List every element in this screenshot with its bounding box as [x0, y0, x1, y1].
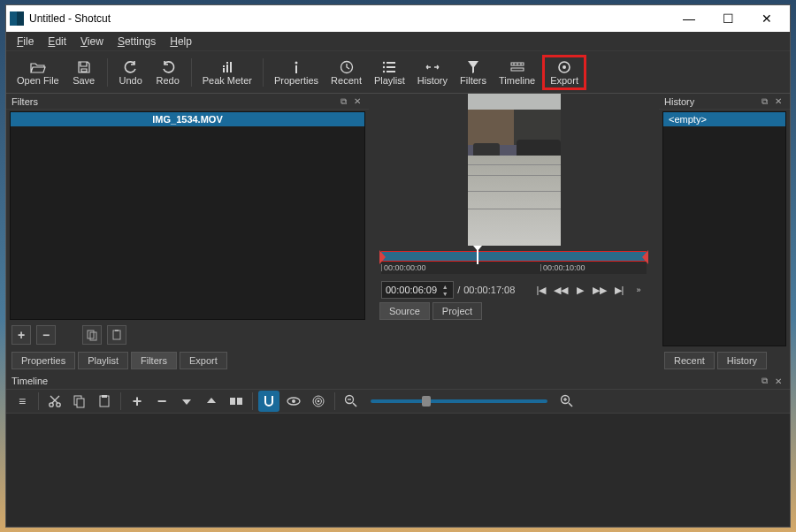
svg-rect-6	[295, 65, 297, 73]
out-point-marker[interactable]	[642, 250, 648, 264]
undo-button[interactable]: Undo	[113, 57, 149, 87]
filters-toolbar-button[interactable]: Filters	[455, 57, 492, 87]
rewind-button[interactable]: ◀◀	[553, 282, 569, 298]
fast-forward-button[interactable]: ▶▶	[592, 282, 608, 298]
cut-button[interactable]	[44, 391, 65, 412]
skip-start-button[interactable]: |◀	[533, 282, 549, 298]
menu-help[interactable]: Help	[163, 34, 199, 49]
panel-close-icon[interactable]: ✕	[351, 95, 364, 108]
open-file-label: Open File	[17, 75, 59, 86]
timeline-menu-button[interactable]: ≡	[11, 391, 33, 412]
zoom-out-button[interactable]	[341, 391, 362, 412]
zoom-slider[interactable]	[371, 399, 547, 403]
recent-button[interactable]: Recent	[325, 57, 367, 87]
remove-filter-button[interactable]: −	[36, 325, 56, 345]
playlist-button[interactable]: Playlist	[369, 57, 410, 87]
peak-meter-button[interactable]: Peak Meter	[197, 57, 257, 87]
paste-button[interactable]	[94, 391, 115, 412]
menu-edit[interactable]: Edit	[41, 34, 73, 49]
svg-rect-32	[237, 398, 242, 405]
panel-close-icon[interactable]: ✕	[772, 95, 785, 108]
panel-close-icon[interactable]: ✕	[772, 375, 785, 387]
svg-rect-3	[223, 65, 225, 67]
add-filter-button[interactable]: +	[11, 325, 31, 345]
menu-view[interactable]: View	[73, 34, 111, 49]
menu-settings[interactable]: Settings	[111, 34, 163, 49]
paste-filter-button[interactable]	[107, 325, 126, 345]
tab-filters[interactable]: Filters	[131, 352, 177, 369]
menubar: FFileile Edit View Settings Help	[6, 32, 790, 51]
position-down-icon[interactable]: ▼	[440, 290, 449, 297]
filters-selected-clip[interactable]: IMG_1534.MOV	[11, 112, 364, 126]
svg-rect-11	[387, 66, 395, 68]
tab-source[interactable]: Source	[379, 302, 430, 320]
timeline-panel: Timeline ⧉ ✕ ≡ + −	[6, 373, 790, 527]
redo-icon	[161, 59, 175, 75]
ruler-label-start: 00:00:00:00	[382, 263, 428, 272]
svg-rect-31	[230, 398, 235, 405]
filters-panel-title: Filters	[11, 96, 38, 107]
svg-rect-24	[115, 330, 119, 331]
zoom-in-button[interactable]	[556, 391, 578, 412]
tab-recent[interactable]: Recent	[664, 352, 715, 369]
save-button[interactable]: Save	[66, 57, 102, 87]
video-preview[interactable]	[468, 94, 561, 246]
copy-button[interactable]	[69, 391, 90, 412]
svg-point-8	[383, 61, 385, 63]
filters-list[interactable]: IMG_1534.MOV	[10, 111, 365, 320]
tab-export[interactable]: Export	[180, 352, 227, 369]
panel-popout-icon[interactable]: ⧉	[337, 95, 349, 108]
history-list[interactable]: <empty>	[662, 111, 786, 346]
skip-end-button[interactable]: ▶|	[611, 282, 627, 298]
svg-point-5	[295, 61, 298, 64]
tab-project[interactable]: Project	[432, 302, 482, 320]
undo-icon	[124, 59, 138, 75]
ripple-button[interactable]	[308, 391, 329, 412]
time-ruler[interactable]: 00:00:00:00 00:00:10:00	[381, 262, 647, 274]
window-title: Untitled - Shotcut	[29, 12, 670, 25]
redo-button[interactable]: Redo	[150, 57, 186, 87]
append-button[interactable]: +	[126, 391, 148, 412]
history-toolbar-button[interactable]: History	[412, 57, 453, 87]
scrub-bar[interactable]	[381, 251, 647, 262]
split-button[interactable]	[226, 391, 247, 412]
zoom-slider-thumb[interactable]	[422, 396, 431, 407]
menu-file[interactable]: FFileile	[10, 34, 41, 49]
play-button[interactable]: ▶	[572, 282, 588, 298]
copy-filter-button[interactable]	[82, 325, 102, 345]
timeline-toolbar-button[interactable]: Timeline	[494, 57, 540, 87]
overwrite-button[interactable]	[201, 391, 222, 412]
recent-label: Recent	[331, 75, 362, 86]
save-icon	[77, 59, 91, 75]
history-panel: History ⧉ ✕ <empty> Recent History	[659, 94, 790, 373]
scrub-audio-button[interactable]	[283, 391, 304, 412]
panel-popout-icon[interactable]: ⧉	[758, 95, 770, 108]
more-transport-icon[interactable]: »	[631, 282, 647, 298]
svg-rect-15	[511, 68, 524, 71]
position-field[interactable]: 00:00:06:09 ▲ ▼	[381, 281, 454, 299]
tab-history[interactable]: History	[717, 352, 767, 369]
snap-button[interactable]	[258, 391, 279, 412]
timeline-tracks[interactable]	[6, 414, 790, 527]
position-up-icon[interactable]: ▲	[440, 283, 449, 290]
remove-button[interactable]: −	[151, 391, 172, 412]
svg-point-25	[50, 403, 53, 407]
tab-properties[interactable]: Properties	[11, 352, 75, 369]
minimize-button[interactable]: —	[670, 5, 708, 32]
playhead-marker[interactable]	[477, 250, 478, 264]
properties-button[interactable]: Properties	[269, 57, 324, 87]
maximize-button[interactable]: ☐	[708, 5, 747, 32]
info-icon	[290, 59, 302, 75]
open-file-button[interactable]: Open File	[11, 57, 65, 87]
history-empty-row[interactable]: <empty>	[663, 112, 785, 126]
lift-button[interactable]	[176, 391, 197, 412]
panel-popout-icon[interactable]: ⧉	[758, 375, 770, 387]
duration-separator: /	[457, 285, 460, 295]
timeline-label: Timeline	[499, 75, 535, 86]
in-point-marker[interactable]	[379, 250, 386, 264]
export-button[interactable]: Export	[542, 55, 586, 90]
timeline-panel-header: Timeline ⧉ ✕	[6, 373, 790, 389]
close-button[interactable]: ✕	[747, 5, 786, 32]
tab-playlist[interactable]: Playlist	[78, 352, 128, 369]
history-label: History	[417, 75, 448, 86]
